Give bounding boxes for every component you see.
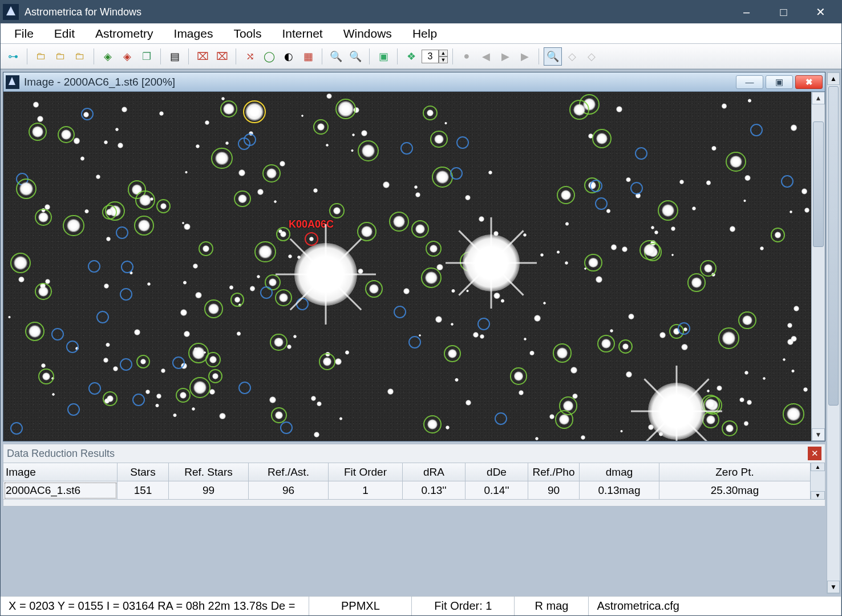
- col-image[interactable]: Image: [3, 463, 118, 481]
- spinner-down-icon[interactable]: ▼: [439, 56, 448, 63]
- menu-windows[interactable]: Windows: [333, 25, 402, 43]
- open-folder2-icon[interactable]: 🗀: [51, 47, 70, 66]
- results-header-row: Image Stars Ref. Stars Ref./Ast. Fit Ord…: [3, 463, 810, 481]
- tool-b-icon[interactable]: ◇: [582, 47, 601, 66]
- reject2-icon[interactable]: ⌧: [213, 47, 231, 66]
- status-coords: X = 0203 Y = 0155 I = 03164 RA = 08h 22m…: [1, 597, 309, 615]
- menu-edit[interactable]: Edit: [44, 25, 85, 43]
- next-icon[interactable]: ▶: [516, 47, 534, 66]
- blue-ring: [88, 260, 100, 273]
- track-icon[interactable]: ⤭: [241, 47, 259, 66]
- toolbar-separator: [27, 48, 27, 64]
- results-scroll-down-icon[interactable]: ▼: [811, 491, 825, 500]
- green-ring: [319, 353, 335, 370]
- green-ring: [25, 322, 44, 341]
- scroll-down-icon[interactable]: ▼: [812, 428, 825, 441]
- menu-help[interactable]: Help: [402, 25, 447, 43]
- bright-star: [294, 243, 357, 306]
- scroll-up-icon[interactable]: ▲: [812, 92, 825, 104]
- col-ref-stars[interactable]: Ref. Stars: [169, 463, 249, 481]
- star: [707, 390, 710, 392]
- star: [221, 97, 225, 100]
- frame-spinner-input[interactable]: [422, 50, 439, 63]
- col-dde[interactable]: dDe: [465, 463, 528, 481]
- results-row[interactable]: 2000AC6_1.st6 151 99 96 1 0.13'' 0.14'' …: [3, 481, 810, 500]
- col-stars[interactable]: Stars: [118, 463, 169, 481]
- open-folder3-icon[interactable]: 🗀: [71, 47, 89, 66]
- col-dmag[interactable]: dmag: [580, 463, 659, 481]
- child-minimize-button[interactable]: —: [736, 75, 763, 89]
- zoom-in-icon[interactable]: 🔍: [327, 47, 345, 66]
- green-ring: [421, 268, 442, 288]
- star: [747, 400, 751, 404]
- fit-icon[interactable]: ▣: [374, 47, 392, 66]
- child-maximize-button[interactable]: ▣: [766, 75, 793, 89]
- spinner-up-icon[interactable]: ▲: [439, 50, 448, 56]
- cell-dmag: 0.13mag: [580, 481, 659, 500]
- star: [519, 390, 524, 395]
- close-button[interactable]: ✕: [802, 1, 839, 23]
- results-vertical-scrollbar[interactable]: ▲ ▼: [810, 463, 825, 500]
- star: [671, 226, 675, 231]
- mdi-scroll-thumb[interactable]: [828, 86, 839, 406]
- reject1-icon[interactable]: ⌧: [193, 47, 212, 66]
- maximize-button[interactable]: □: [765, 1, 802, 23]
- prev-icon[interactable]: ◀: [477, 47, 495, 66]
- green-ring: [726, 152, 746, 172]
- green-ring: [10, 253, 31, 273]
- image-vertical-scrollbar[interactable]: ▲ ▼: [811, 92, 825, 441]
- green-ring: [639, 240, 660, 261]
- green-ring: [230, 293, 245, 307]
- play-icon[interactable]: ▶: [496, 47, 515, 66]
- record-icon[interactable]: ●: [458, 47, 476, 66]
- child-close-button[interactable]: ✖: [795, 75, 823, 89]
- status-fit: Fit Order: 1: [412, 597, 515, 615]
- mdi-vertical-scrollbar[interactable]: ▲ ▼: [827, 72, 840, 594]
- star: [451, 323, 454, 326]
- green-ring: [432, 167, 453, 188]
- col-zero-pt[interactable]: Zero Pt.: [659, 463, 810, 481]
- zoom-out-icon[interactable]: 🔍: [346, 47, 365, 66]
- stack-icon[interactable]: ❐: [137, 47, 156, 66]
- target-green-icon[interactable]: ◈: [99, 47, 117, 66]
- histogram-icon[interactable]: ▦: [299, 47, 317, 66]
- inspect-icon[interactable]: 🔍: [544, 47, 562, 66]
- results-close-button[interactable]: ✕: [808, 447, 821, 460]
- blue-ring: [81, 108, 94, 120]
- tool-a-icon[interactable]: ◇: [563, 47, 581, 66]
- toolbar-separator: [539, 48, 539, 64]
- toolbar-separator: [94, 48, 94, 64]
- mdi-scroll-down-icon[interactable]: ▼: [827, 581, 840, 593]
- star: [804, 208, 809, 213]
- minimize-button[interactable]: –: [728, 1, 765, 23]
- target-red-icon[interactable]: ◈: [118, 47, 136, 66]
- frame-spinner[interactable]: ▲ ▼: [422, 48, 448, 64]
- mdi-scroll-up-icon[interactable]: ▲: [827, 72, 840, 85]
- scroll-track[interactable]: [812, 104, 825, 428]
- col-ref-pho[interactable]: Ref./Pho: [528, 463, 580, 481]
- circle-icon[interactable]: ◯: [260, 47, 278, 66]
- scroll-thumb[interactable]: [813, 121, 824, 247]
- report-icon[interactable]: ▤: [165, 47, 184, 66]
- menu-images[interactable]: Images: [164, 25, 224, 43]
- star: [274, 200, 277, 203]
- star: [622, 246, 628, 252]
- image-window-titlebar[interactable]: Image - 2000AC6_1.st6 [200%] — ▣ ✖: [3, 72, 825, 92]
- menu-tools[interactable]: Tools: [223, 25, 272, 43]
- key-icon[interactable]: ⊶: [4, 47, 22, 66]
- star: [610, 329, 613, 333]
- col-ref-ast[interactable]: Ref./Ast.: [249, 463, 329, 481]
- blue-ring: [51, 328, 64, 341]
- col-dra[interactable]: dRA: [403, 463, 465, 481]
- star: [317, 402, 322, 407]
- starfield-canvas[interactable]: K00A06C: [3, 92, 811, 441]
- results-scroll-up-icon[interactable]: ▲: [811, 463, 825, 471]
- image-viewport[interactable]: K00A06C ▲ ▼: [3, 92, 825, 441]
- open-folder-icon[interactable]: 🗀: [32, 47, 50, 66]
- blink-icon[interactable]: ❖: [402, 47, 420, 66]
- contrast-icon[interactable]: ◐: [280, 47, 298, 66]
- menu-internet[interactable]: Internet: [272, 25, 333, 43]
- menu-file[interactable]: File: [4, 25, 44, 43]
- col-fit-order[interactable]: Fit Order: [329, 463, 403, 481]
- menu-astrometry[interactable]: Astrometry: [85, 25, 164, 43]
